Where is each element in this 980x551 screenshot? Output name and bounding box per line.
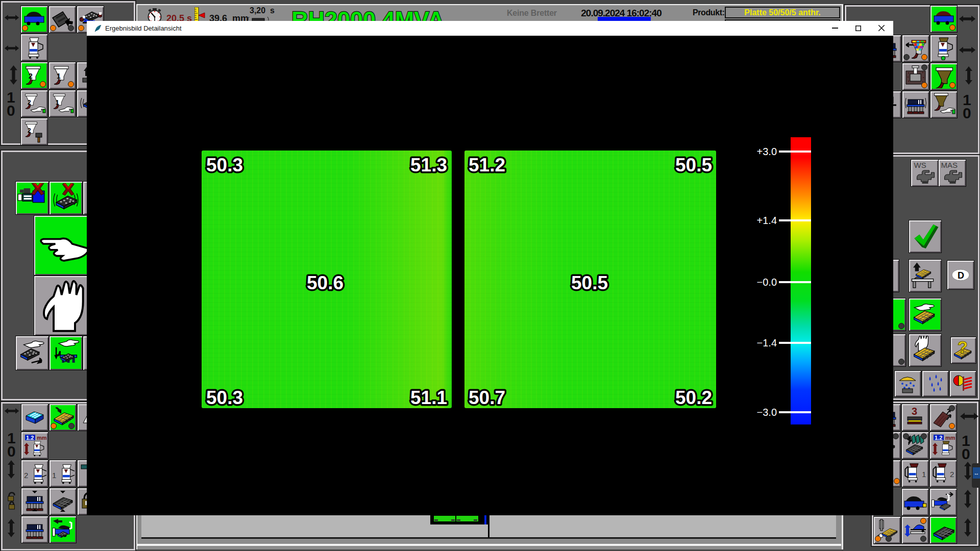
svg-text:mm: mm — [945, 435, 955, 441]
svg-text:2: 2 — [28, 99, 31, 106]
svg-text:WS: WS — [914, 161, 926, 169]
svg-text:mm: mm — [37, 435, 46, 441]
svg-text:50.2: 50.2 — [675, 387, 712, 408]
svg-text:2: 2 — [950, 470, 954, 479]
svg-text:51.2: 51.2 — [469, 155, 505, 176]
svg-text:1.2: 1.2 — [935, 435, 942, 441]
svg-text:50.3: 50.3 — [206, 387, 243, 408]
svg-text:1.2: 1.2 — [26, 435, 34, 441]
svg-text:50.5: 50.5 — [571, 272, 608, 293]
svg-text:1: 1 — [922, 470, 926, 479]
svg-text:D: D — [958, 270, 964, 281]
svg-text:50.7: 50.7 — [469, 387, 505, 408]
svg-text:3: 3 — [912, 406, 917, 417]
svg-text:50.5: 50.5 — [675, 155, 712, 176]
svg-text:2: 2 — [29, 72, 33, 80]
svg-text:2: 2 — [24, 471, 28, 480]
svg-text:50.3: 50.3 — [206, 155, 243, 176]
svg-text:?: ? — [958, 339, 968, 357]
svg-text:1: 1 — [52, 471, 56, 480]
svg-text:1: 1 — [56, 99, 59, 106]
svg-text:51.1: 51.1 — [410, 387, 447, 408]
svg-text:1: 1 — [57, 72, 61, 80]
svg-text:MAS: MAS — [941, 161, 958, 169]
svg-text:2: 2 — [28, 127, 31, 134]
svg-text:51.3: 51.3 — [410, 155, 447, 176]
svg-text:50.6: 50.6 — [307, 272, 344, 293]
